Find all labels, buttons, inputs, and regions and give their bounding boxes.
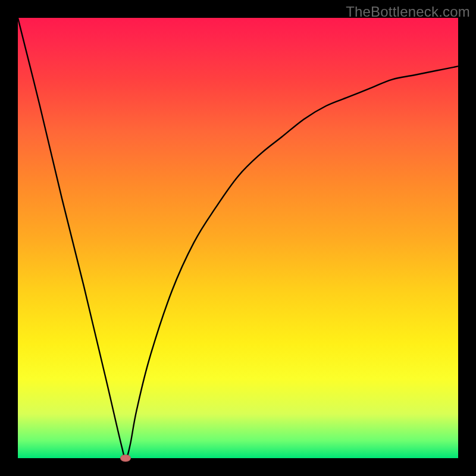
curve-path	[18, 18, 458, 458]
watermark-text: TheBottleneck.com	[346, 4, 470, 20]
bottleneck-curve	[18, 18, 458, 458]
minimum-marker	[120, 455, 131, 462]
chart-plot-area	[18, 18, 458, 458]
